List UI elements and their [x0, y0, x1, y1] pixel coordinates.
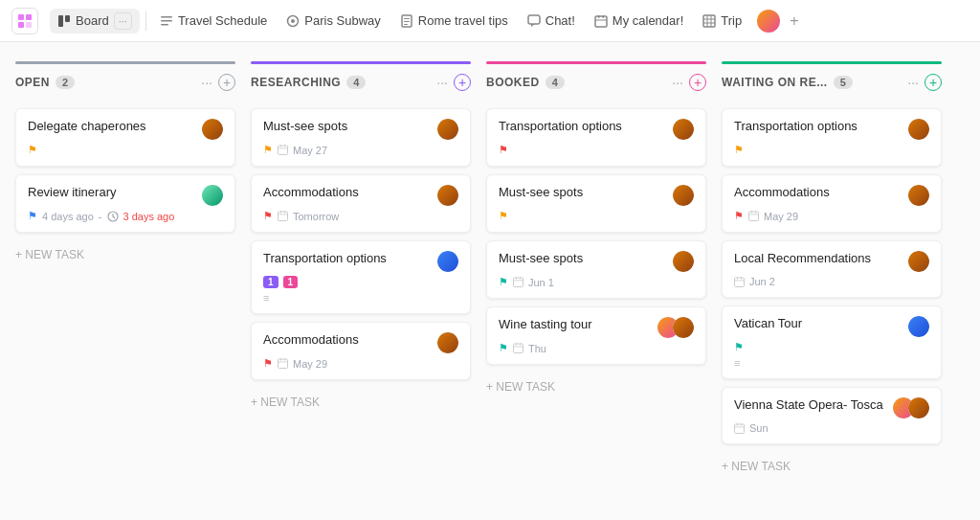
card-accommodations-r2[interactable]: Accommodations ⚑ May 29: [251, 322, 471, 380]
svg-rect-13: [404, 21, 410, 22]
card-local-recommendations[interactable]: Local Recommendations Jun 2: [722, 240, 942, 298]
nav-board-dots[interactable]: ···: [114, 12, 132, 30]
column-researching-bar: [251, 61, 471, 64]
avatar: [437, 332, 458, 353]
svg-rect-36: [284, 358, 285, 361]
column-researching-dots[interactable]: ···: [436, 75, 448, 90]
svg-rect-40: [520, 277, 521, 280]
meta-sep: -: [99, 211, 102, 222]
column-open-actions: ··· +: [201, 74, 235, 91]
svg-rect-16: [595, 16, 607, 27]
column-booked-dots[interactable]: ···: [672, 75, 683, 90]
column-waiting-actions: ··· +: [907, 74, 942, 91]
column-waiting-bar: [722, 61, 942, 64]
column-open-add[interactable]: +: [218, 74, 235, 91]
app-icon[interactable]: [11, 8, 38, 34]
svg-rect-0: [18, 14, 24, 20]
new-task-open[interactable]: + NEW TASK: [15, 244, 235, 265]
column-researching: RESEARCHING 4 ··· + Must-see spots ⚑ May…: [251, 61, 471, 501]
flag-icon: ⚑: [734, 144, 744, 156]
svg-rect-26: [278, 146, 288, 155]
card-title: Must-see spots: [499, 251, 673, 265]
card-delegate-chaperones[interactable]: Delegate chaperones ⚑: [15, 108, 235, 167]
card-review-itinerary[interactable]: Review itinerary ⚑ 4 days ago - 3 days a…: [15, 174, 235, 233]
card-must-see-spots-r[interactable]: Must-see spots ⚑ May 27: [251, 108, 471, 167]
svg-rect-49: [749, 215, 759, 215]
meta-date: May 29: [764, 211, 798, 222]
nav-add-view[interactable]: +: [786, 9, 802, 34]
card-title: Transportation options: [263, 251, 437, 265]
column-waiting-add[interactable]: +: [924, 74, 942, 91]
new-task-booked[interactable]: + NEW TASK: [486, 376, 706, 397]
column-researching-header: RESEARCHING 4 ··· +: [251, 74, 471, 101]
column-waiting-title: WAITING ON RE...: [722, 76, 828, 89]
calendar-meta-icon: [734, 277, 745, 287]
nav-travel-schedule-label: Travel Schedule: [178, 13, 267, 28]
svg-rect-43: [516, 343, 517, 346]
column-booked: BOOKED 4 ··· + Transportation options ⚑ …: [486, 61, 706, 501]
column-open-dots[interactable]: ···: [201, 75, 212, 90]
column-researching-count: 4: [346, 76, 366, 89]
user-avatar[interactable]: [757, 10, 780, 33]
column-booked-title: BOOKED: [486, 76, 540, 89]
card-title: Accommodations: [263, 332, 437, 347]
meta-date-right: 3 days ago: [123, 211, 175, 222]
card-must-see-spots-b2[interactable]: Must-see spots ⚑ Jun 1: [486, 240, 706, 299]
svg-rect-2: [18, 22, 24, 28]
column-open-bar: [15, 61, 235, 64]
card-wine-tasting-tour[interactable]: Wine tasting tour ⚑ Thu: [486, 306, 706, 365]
new-task-researching[interactable]: + NEW TASK: [251, 392, 471, 413]
calendar-meta-icon: [748, 211, 759, 221]
card-title: Accommodations: [263, 185, 437, 199]
svg-rect-44: [520, 343, 521, 346]
card-vatican-tour[interactable]: Vatican Tour ⚑ ≡: [722, 305, 942, 379]
svg-rect-33: [278, 215, 288, 215]
card-transportation-options-r[interactable]: Transportation options 1 1 ≡: [251, 240, 471, 314]
nav-board[interactable]: Board ···: [50, 9, 140, 34]
card-title: Accommodations: [734, 185, 908, 199]
new-task-waiting[interactable]: + NEW TASK: [722, 456, 942, 477]
calendar-meta-icon: [513, 343, 523, 353]
flag-icon: ⚑: [734, 210, 744, 222]
nav-chat[interactable]: Chat!: [520, 10, 583, 32]
nav-calendar-label: My calendar!: [612, 13, 683, 28]
card-transportation-options-b[interactable]: Transportation options ⚑: [486, 108, 706, 167]
flag-icon: ⚑: [734, 341, 744, 353]
nav-trip-label: Trip: [721, 13, 742, 28]
card-title: Transportation options: [734, 119, 908, 133]
avatar: [437, 119, 458, 140]
card-accommodations-r[interactable]: Accommodations ⚑ Tomorrow: [251, 174, 471, 233]
avatar: [202, 185, 223, 206]
card-must-see-spots-b[interactable]: Must-see spots ⚑: [486, 174, 706, 233]
nav-chat-label: Chat!: [546, 13, 575, 28]
card-vienna-state-opera[interactable]: Vienna State Opera- Tosca Sun: [722, 387, 942, 444]
svg-rect-56: [741, 423, 742, 426]
nav-rome-tips[interactable]: Rome travel tips: [392, 10, 516, 32]
svg-rect-41: [514, 281, 523, 282]
nav-calendar[interactable]: My calendar!: [587, 10, 691, 32]
meta-date: Tomorrow: [293, 211, 339, 222]
nav-trip[interactable]: Trip: [695, 10, 749, 32]
avatar: [908, 185, 929, 206]
card-transportation-options-w[interactable]: Transportation options ⚑: [722, 108, 942, 167]
svg-rect-14: [404, 24, 408, 25]
svg-rect-18: [602, 15, 604, 18]
svg-rect-19: [595, 19, 607, 20]
column-open-count: 2: [56, 76, 75, 89]
flag-icon: ⚑: [499, 144, 508, 156]
column-booked-add[interactable]: +: [689, 74, 706, 91]
svg-rect-51: [737, 277, 738, 280]
calendar-meta-icon: [278, 145, 288, 155]
column-researching-add[interactable]: +: [454, 74, 471, 91]
chat-icon: [527, 14, 541, 28]
card-accommodations-w[interactable]: Accommodations ⚑ May 29: [722, 174, 942, 233]
svg-rect-20: [703, 15, 715, 27]
column-waiting-dots[interactable]: ···: [907, 75, 919, 90]
card-title: Must-see spots: [263, 119, 437, 133]
nav-travel-schedule[interactable]: Travel Schedule: [152, 10, 275, 32]
nav-board-label: Board: [76, 13, 109, 28]
calendar-meta-icon: [734, 423, 745, 434]
nav-paris-subway[interactable]: Paris Subway: [278, 10, 388, 32]
svg-rect-8: [161, 24, 168, 26]
card-title: Review itinerary: [28, 185, 202, 199]
